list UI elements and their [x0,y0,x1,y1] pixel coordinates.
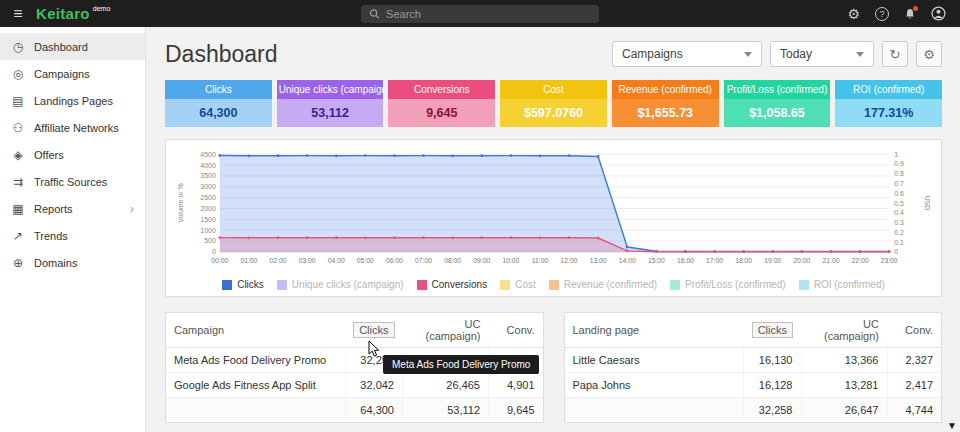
campaigns-filter-select[interactable]: Campaigns [612,41,762,67]
sidebar-item-label: Domains [34,257,77,269]
dashboard-filters: Campaigns Today ↻ ⚙ [612,41,942,67]
svg-text:09:00: 09:00 [473,257,490,264]
tooltip: Meta Ads Food Delivery Promo [383,355,539,374]
sorted-column-indicator: Clicks [752,322,793,338]
svg-text:4000: 4000 [200,162,216,169]
column-header[interactable]: Landing page [565,313,744,348]
logo[interactable]: Keitaro [36,5,90,22]
offers-icon: ◈ [11,148,25,162]
svg-text:13:00: 13:00 [590,257,607,264]
legend-item[interactable]: Profit/Loss (confirmed) [670,279,786,290]
table-row[interactable]: Google Ads Fitness App Split32,04226,465… [166,373,543,398]
notification-bell-icon[interactable] [904,8,916,20]
svg-text:1: 1 [894,151,898,158]
metric-label: Profit/Loss (confirmed) [724,80,831,99]
legend-swatch [799,280,809,290]
svg-text:17:00: 17:00 [706,257,723,264]
svg-text:0.4: 0.4 [894,209,904,216]
metric-value: 177.31% [835,99,942,127]
svg-text:2500: 2500 [200,194,216,201]
legend-label: Unique clicks (campaign) [292,279,404,290]
column-header[interactable]: Clicks [744,313,801,348]
legend-item[interactable]: Cost [500,279,536,290]
settings-gear-icon[interactable]: ⚙ [847,6,860,22]
metric-label: Clicks [165,80,272,99]
sidebar-item-dashboard[interactable]: ◷Dashboard [0,33,145,60]
sidebar-item-traffic-sources[interactable]: ⇉Traffic Sources [0,168,145,195]
date-range-select[interactable]: Today [770,41,874,67]
help-icon[interactable]: ? [875,7,889,21]
svg-text:19:00: 19:00 [764,257,781,264]
svg-text:10:00: 10:00 [502,257,519,264]
dashboard-settings-button[interactable]: ⚙ [916,41,942,67]
svg-text:0.9: 0.9 [894,160,904,167]
metric-card-unique-clicks: Unique clicks (campaign)53,112 [277,80,384,127]
svg-text:1000: 1000 [200,227,216,234]
svg-text:14:00: 14:00 [619,257,636,264]
sidebar-item-offers[interactable]: ◈Offers [0,141,145,168]
metric-label: Revenue (confirmed) [612,80,719,99]
svg-text:0.8: 0.8 [894,170,904,177]
totals-row: 64,30053,1129,645 [166,398,543,423]
user-avatar-icon[interactable] [931,6,946,21]
search-bar[interactable] [361,5,599,23]
svg-text:16:00: 16:00 [677,257,694,264]
svg-text:Volume or %: Volume or % [177,183,184,223]
svg-text:1500: 1500 [200,216,216,223]
metric-value: $597.0760 [500,99,607,127]
column-header[interactable]: Campaign [166,313,345,348]
sidebar-item-trends[interactable]: ↗Trends [0,222,145,249]
svg-text:2000: 2000 [200,205,216,212]
legend-item[interactable]: Revenue (confirmed) [549,279,657,290]
avatar-glyph [931,6,946,21]
legend-swatch [549,280,559,290]
sidebar: ◷Dashboard◎Campaigns▤Landings Pages⚇Affi… [0,27,146,432]
table-row[interactable]: Papa Johns16,12813,2812,417 [565,373,942,398]
sidebar-item-campaigns[interactable]: ◎Campaigns [0,60,145,87]
metric-label: Unique clicks (campaign) [277,80,384,99]
sidebar-item-reports[interactable]: ▦Reports› [0,195,145,222]
legend-label: Conversions [432,279,488,290]
table-row[interactable]: Little Caesars16,13013,3662,327 [565,348,942,373]
refresh-button[interactable]: ↻ [882,41,908,67]
totals-row: 32,25826,6474,744 [565,398,942,423]
svg-text:18:00: 18:00 [735,257,752,264]
legend-swatch [670,280,680,290]
sidebar-item-label: Traffic Sources [34,176,107,188]
column-header[interactable]: Conv. [887,313,941,348]
legend-item[interactable]: ROI (confirmed) [799,279,885,290]
legend-swatch [222,280,232,290]
legend-item[interactable]: Clicks [222,279,264,290]
sidebar-item-label: Landings Pages [34,95,113,107]
column-header[interactable]: UC (campaign) [403,313,489,348]
sidebar-item-label: Offers [34,149,64,161]
svg-text:3500: 3500 [200,172,216,179]
svg-text:0.5: 0.5 [894,200,904,207]
mouse-cursor [368,340,381,358]
metric-value: 64,300 [165,99,272,127]
legend-item[interactable]: Conversions [417,279,488,290]
sidebar-item-label: Reports [34,203,73,215]
legend-label: Profit/Loss (confirmed) [685,279,786,290]
svg-text:04:00: 04:00 [328,257,345,264]
svg-text:12:00: 12:00 [561,257,578,264]
metric-value: $1,655.73 [612,99,719,127]
svg-text:05:00: 05:00 [357,257,374,264]
search-input[interactable] [386,8,591,20]
column-header[interactable]: Conv. [489,313,543,348]
sidebar-item-domains[interactable]: ⊕Domains [0,249,145,276]
logo-badge: demo [93,5,111,12]
svg-text:21:00: 21:00 [823,257,840,264]
legend-label: Cost [515,279,536,290]
menu-icon[interactable]: ≡ [0,0,36,27]
landing-pages-icon: ▤ [11,94,25,108]
svg-text:00:00: 00:00 [211,257,228,264]
legend-item[interactable]: Unique clicks (campaign) [277,279,404,290]
sidebar-item-affiliate-networks[interactable]: ⚇Affiliate Networks [0,114,145,141]
page-header: Dashboard Campaigns Today ↻ ⚙ [165,39,942,69]
sidebar-item-landings-pages[interactable]: ▤Landings Pages [0,87,145,114]
chevron-right-icon: › [130,201,134,216]
column-header[interactable]: UC (campaign) [801,313,887,348]
svg-text:23:00: 23:00 [881,257,898,264]
chart-panel: 05001000150020002500300035004000450000.1… [165,139,942,297]
